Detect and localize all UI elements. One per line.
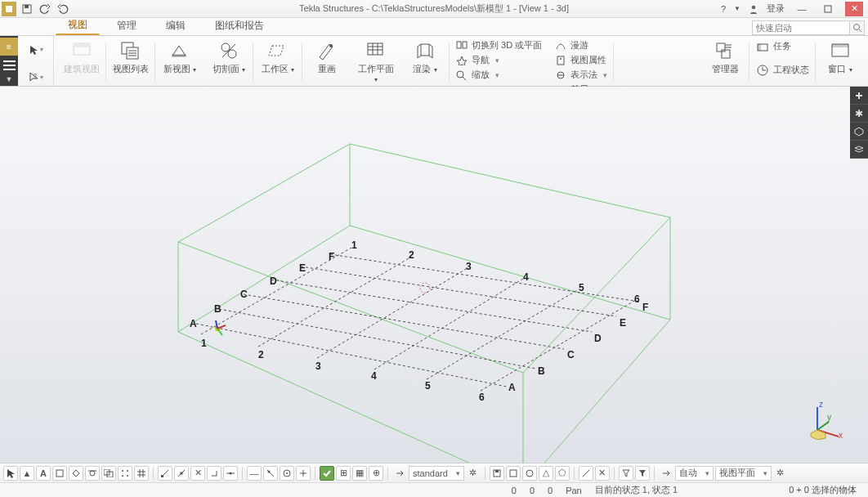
save-icon[interactable]	[20, 2, 34, 16]
app-icon[interactable]	[2, 2, 16, 16]
snap-cross2-icon[interactable]: ▦	[352, 466, 367, 481]
redraw-button[interactable]: 重画	[307, 38, 347, 74]
sel-save-icon[interactable]	[490, 466, 504, 481]
snap-cross1-icon[interactable]: ⊞	[336, 466, 351, 481]
svg-text:5: 5	[579, 282, 584, 293]
sel-circle-icon[interactable]	[522, 466, 537, 481]
sel-box-icon[interactable]	[506, 466, 521, 481]
svg-text:?: ?	[34, 73, 37, 78]
svg-rect-28	[557, 56, 564, 65]
svg-rect-102	[161, 475, 163, 477]
tab-edit[interactable]: 编辑	[154, 16, 198, 35]
status-x: 0	[505, 486, 523, 495]
snap-end-icon[interactable]	[158, 466, 172, 481]
sel-filter1-icon[interactable]	[619, 466, 633, 481]
snap-near-icon[interactable]	[263, 466, 278, 481]
snap-tangent-icon[interactable]	[85, 466, 100, 481]
sel-arrow-icon[interactable]	[659, 466, 673, 481]
render-button[interactable]: 渲染 ▾	[405, 38, 445, 74]
view-props-button[interactable]: 视图属性	[555, 53, 607, 67]
user-icon[interactable]	[749, 4, 758, 14]
snap-arrow-icon[interactable]	[392, 466, 407, 481]
axis-gizmo[interactable]: z x y	[803, 397, 845, 440]
chevron-down-icon[interactable]: ▼	[6, 75, 13, 83]
task-button[interactable]: 任务	[756, 39, 809, 53]
quick-launch	[752, 20, 868, 35]
representation-button[interactable]: 表示法▾	[555, 68, 607, 82]
snap-standard-combo[interactable]: standard▾	[409, 466, 464, 481]
snap-ext-icon[interactable]: —	[247, 466, 262, 481]
manager-button[interactable]: 管理器	[705, 38, 745, 74]
svg-line-27	[463, 77, 466, 80]
snap-a-icon[interactable]: A	[36, 466, 51, 481]
menu-icon[interactable]	[3, 60, 16, 70]
sel-x-icon[interactable]: ✕	[595, 466, 610, 481]
snap-any-icon[interactable]	[296, 466, 311, 481]
svg-text:B: B	[214, 303, 221, 315]
quick-launch-input[interactable]	[752, 20, 850, 35]
snap-dots-icon[interactable]	[118, 466, 132, 481]
redo-icon[interactable]	[56, 2, 70, 16]
app-badge-icon[interactable]: ≡	[0, 38, 18, 56]
snap-poly-icon[interactable]	[69, 466, 83, 481]
sel-filter2-icon[interactable]	[635, 466, 650, 481]
maximize-icon[interactable]	[819, 2, 837, 16]
svg-text:1: 1	[351, 240, 357, 251]
switch-3d-button[interactable]: 切换到 3D 或平面	[456, 38, 542, 52]
login-label[interactable]: 登录	[767, 2, 785, 15]
pointer-tool[interactable]: ▾	[18, 41, 53, 59]
snap-on-icon[interactable]	[320, 466, 334, 481]
work-plane-button[interactable]: 工作平面 ▾	[356, 38, 396, 84]
snap-cross3-icon[interactable]: ⊕	[369, 466, 383, 481]
window-button[interactable]: 窗口 ▾	[821, 38, 860, 74]
snap-square-icon[interactable]	[52, 466, 67, 481]
snap-overlap-icon[interactable]	[101, 466, 116, 481]
svg-line-55	[427, 289, 579, 379]
dock-layers-icon[interactable]	[850, 141, 868, 159]
svg-point-61	[420, 283, 430, 293]
navigate-button[interactable]: 导航▾	[456, 53, 542, 67]
sel-gear-icon[interactable]: ✲	[773, 466, 788, 481]
dock-cube-icon[interactable]	[850, 123, 868, 141]
snap-mid-icon[interactable]	[174, 466, 189, 481]
help-dropdown-icon[interactable]: ▼	[734, 5, 740, 12]
help-icon[interactable]: ?	[721, 4, 726, 14]
dock-properties-icon[interactable]	[850, 87, 868, 105]
work-area-button[interactable]: 工作区 ▾	[258, 38, 298, 74]
sel-tri-icon[interactable]: △	[539, 466, 553, 481]
snap-grid-icon[interactable]	[134, 466, 149, 481]
sel-poly2-icon[interactable]: ⬠	[555, 466, 570, 481]
help-tool[interactable]: ? ▾	[18, 69, 53, 87]
svg-point-98	[127, 470, 128, 472]
roam-button[interactable]: 漫游	[555, 38, 607, 52]
build-view-button: 建筑视图	[62, 38, 101, 74]
search-icon[interactable]	[850, 20, 865, 35]
zoom-button[interactable]: 缩放▾	[456, 68, 542, 82]
snap-gear-icon[interactable]: ✲	[466, 466, 481, 481]
snap-center-icon[interactable]	[280, 466, 294, 481]
snap-perp-icon[interactable]	[207, 466, 221, 481]
snap-along-icon[interactable]	[223, 466, 238, 481]
dock-gear-icon[interactable]: ✱	[850, 105, 868, 123]
svg-text:1: 1	[201, 338, 207, 349]
svg-text:6: 6	[634, 293, 640, 305]
new-view-button[interactable]: 新视图 ▾	[160, 38, 199, 74]
snap-cursor-icon[interactable]	[3, 466, 18, 481]
project-status-button[interactable]: 工程状态	[756, 63, 809, 77]
tab-view[interactable]: 视图	[56, 15, 100, 35]
svg-line-47	[244, 294, 564, 349]
section-button[interactable]: 切割面 ▾	[209, 38, 248, 74]
viewport-3d[interactable]: A B C D E F 1 2 3 4 5 6 F E D C B A 1 2	[0, 87, 868, 463]
svg-rect-92	[56, 470, 63, 477]
snap-point-icon[interactable]: ▲	[20, 466, 34, 481]
minimize-icon[interactable]: —	[793, 2, 811, 16]
plane-combo[interactable]: 视图平面▾	[715, 466, 772, 481]
sel-line-icon[interactable]	[579, 466, 593, 481]
undo-icon[interactable]	[38, 2, 52, 16]
close-icon[interactable]: ✕	[845, 2, 863, 16]
auto-combo[interactable]: 自动▾	[675, 466, 714, 481]
snap-int-icon[interactable]: ✕	[190, 466, 205, 481]
tab-manage[interactable]: 管理	[105, 16, 149, 35]
tab-drawings[interactable]: 图纸和报告	[203, 16, 276, 35]
view-list-button[interactable]: 视图列表	[111, 38, 150, 74]
